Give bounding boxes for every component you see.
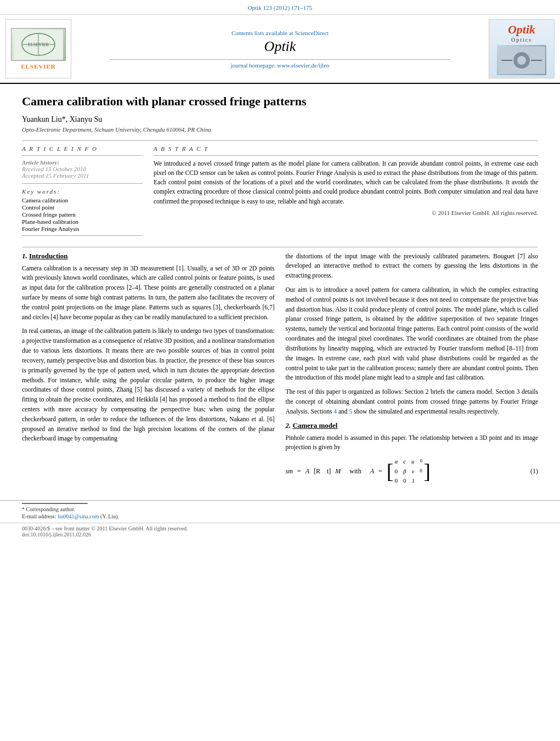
m23: v	[411, 467, 414, 477]
formula-number: (1)	[530, 467, 538, 476]
formula-A: A	[306, 467, 309, 476]
right-para-1: the distortions of the input image with …	[286, 252, 539, 281]
bottom-line1: 0030-4026/$ – see front matter © 2011 El…	[22, 525, 538, 531]
intro-num: 1.	[22, 252, 27, 260]
m32: 0	[403, 476, 406, 486]
affiliation: Opto-Electronic Department, Sichuan Univ…	[22, 126, 538, 133]
m11: α	[394, 457, 398, 467]
main-content: Camera calibration with planar crossed f…	[0, 84, 560, 500]
accepted-date: Accepted 15 February 2011	[22, 172, 143, 179]
m22: β	[403, 467, 406, 477]
bottom-line2: doi:10.1016/j.ijleo.2011.02.026	[22, 531, 538, 538]
footnote-email: E-mail address: liu0041@sina.com (Y. Liu…	[22, 513, 538, 519]
svg-text:ELSEVIER: ELSEVIER	[28, 42, 49, 47]
m21: 0	[394, 467, 398, 477]
camera-model-heading: Camera model	[293, 421, 338, 429]
formula-line: sm = A [R t] M with A = [ α c	[286, 457, 539, 486]
m13: u	[411, 457, 415, 467]
formula-M: M	[335, 467, 341, 476]
keyword-1: Camera calibration	[22, 197, 143, 203]
elsevier-image: ELSEVIER	[11, 28, 66, 61]
formula-equals: =	[297, 467, 301, 476]
keyword-3: Crossed fringe pattern	[22, 211, 143, 218]
camera-model-text: Pinhole camera model is assumed in this …	[286, 433, 539, 453]
optik-logo-box: Optik Optics	[489, 19, 555, 78]
intro-para-1: Camera calibration is a necessary step i…	[22, 264, 275, 323]
intro-heading: Introduction	[29, 252, 68, 260]
right-col: the distortions of the input image with …	[286, 252, 539, 489]
intro-para-2: In real cameras, an image of the calibra…	[22, 326, 275, 444]
optik-sub: Optics	[511, 37, 532, 43]
authors: Yuankun Liu*, Xianyu Su	[22, 115, 538, 124]
formula-A-label: A	[370, 467, 374, 476]
svg-point-7	[517, 56, 526, 65]
abstract-text: We introduced a novel crossed fringe pat…	[154, 159, 538, 206]
keyword-4: Plane-based calibration	[22, 218, 143, 225]
formula-eq2: =	[378, 467, 382, 476]
m12: c	[403, 457, 406, 467]
keyword-2: Control point	[22, 204, 143, 211]
journal-title: Optik	[88, 38, 472, 55]
footnote-corresponding: * Corresponding author.	[22, 506, 538, 512]
formula-bracket: [R t]	[314, 467, 331, 476]
matrix-row-1: α c u0	[394, 457, 422, 467]
article-info-head: A R T I C L E I N F O	[22, 145, 143, 152]
footnote-area: * Corresponding author. E-mail address: …	[0, 500, 560, 523]
matrix-row-3: 0 0 1	[394, 476, 422, 486]
homepage-link: journal homepage: www.elsevier.de/ijleo	[88, 62, 472, 69]
intro-title: 1. Introduction	[22, 252, 275, 261]
history-label: Article history:	[22, 159, 143, 166]
optik-image	[497, 45, 546, 75]
m33: 1	[411, 476, 415, 486]
article-info: A R T I C L E I N F O Article history: R…	[22, 145, 143, 239]
formula-sm: sm	[286, 467, 293, 476]
right-para-2: Our aim is to introduce a novel pattern …	[286, 285, 539, 383]
right-para-3: The rest of this paper is organized as f…	[286, 387, 539, 416]
formula-with: with	[349, 467, 361, 476]
bottom-bar: 0030-4026/$ – see front matter © 2011 El…	[0, 523, 560, 540]
paper-title: Camera calibration with planar crossed f…	[22, 94, 538, 110]
elsevier-logo-box: ELSEVIER ELSEVIER	[5, 19, 71, 78]
keywords-head: Key words:	[22, 188, 143, 195]
optik-brand: Optik	[508, 22, 535, 37]
header-center: Contents lists available at ScienceDirec…	[77, 19, 483, 78]
abstract-head: A B S T R A C T	[154, 145, 538, 152]
bracket-right: ]	[423, 463, 431, 479]
received-date: Received 13 October 2010	[22, 166, 143, 172]
m31: 0	[394, 476, 398, 486]
keyword-5: Fourier Fringe Analysis	[22, 225, 143, 232]
matrix-row-2: 0 β v0	[394, 467, 422, 477]
camera-model-num: 2.	[286, 421, 291, 429]
article-info-abstract: A R T I C L E I N F O Article history: R…	[22, 145, 538, 239]
body-columns: 1. Introduction Camera calibration is a …	[22, 252, 538, 489]
matrix-bracket: [ α c u0 0 β v0	[387, 457, 431, 486]
history-block: Article history: Received 13 October 201…	[22, 159, 143, 179]
left-col: 1. Introduction Camera calibration is a …	[22, 252, 275, 489]
abstract-col: A B S T R A C T We introduced a novel cr…	[154, 145, 538, 239]
keywords-list: Camera calibration Control point Crossed…	[22, 197, 143, 232]
camera-model-title: 2. Camera model	[286, 421, 539, 430]
top-bar: Optik 123 (2012) 171–175	[0, 0, 560, 15]
elsevier-text: ELSEVIER	[21, 63, 56, 70]
journal-ref: Optik 123 (2012) 171–175	[248, 4, 313, 11]
page: Optik 123 (2012) 171–175 ELSEVIER ELSEVI…	[0, 0, 560, 741]
header-section: ELSEVIER ELSEVIER Contents lists availab…	[0, 15, 560, 84]
copyright: © 2011 Elsevier GmbH. All rights reserve…	[154, 210, 538, 216]
matrix-content: α c u0 0 β v0 0 0	[394, 457, 422, 486]
bracket-left: [	[387, 463, 394, 479]
contents-link: Contents lists available at ScienceDirec…	[88, 30, 472, 36]
